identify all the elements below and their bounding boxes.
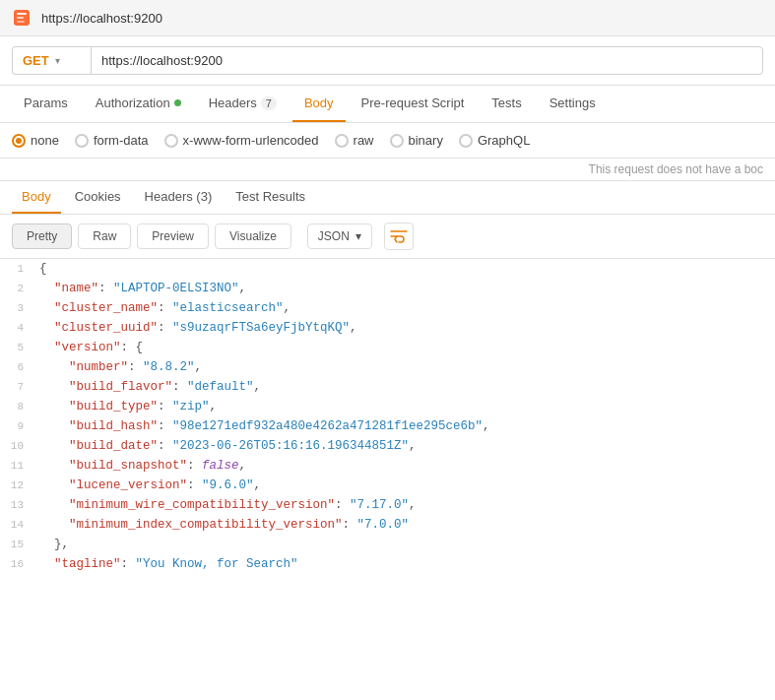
tab-headers[interactable]: Headers 7 [197,86,289,122]
line-content: "build_hash": "98e1271edf932a480e4262a47… [39,416,775,436]
json-line: 3 "cluster_name": "elasticsearch", [0,298,775,318]
line-number: 4 [0,320,39,338]
line-number: 15 [0,537,39,554]
tab-settings[interactable]: Settings [538,86,608,122]
line-content: "lucene_version": "9.6.0", [39,476,775,495]
line-content: "build_snapshot": false, [39,456,775,476]
radio-form-data[interactable]: form-data [75,133,149,148]
radio-raw[interactable]: raw [335,133,374,148]
line-number: 2 [0,281,39,298]
line-number: 16 [0,556,39,574]
line-number: 3 [0,300,39,318]
wrap-button[interactable] [384,223,414,250]
json-line: 6 "number": "8.8.2", [0,357,775,377]
body-type-row: none form-data x-www-form-urlencoded raw… [0,123,775,159]
json-line: 12 "lucene_version": "9.6.0", [0,476,775,495]
view-btn-raw[interactable]: Raw [78,223,131,249]
resp-tab-cookies-label: Cookies [75,189,121,204]
radio-urlencoded[interactable]: x-www-form-urlencoded [164,133,319,148]
json-line: 5 "version": { [0,338,775,357]
line-content: "build_type": "zip", [39,397,775,416]
json-line: 9 "build_hash": "98e1271edf932a480e4262a… [0,416,775,436]
json-line: 4 "cluster_uuid": "s9uzaqrFTSa6eyFjbYtqK… [0,318,775,338]
view-btn-visualize[interactable]: Visualize [215,223,291,249]
json-line: 8 "build_type": "zip", [0,397,775,416]
line-number: 9 [0,418,39,436]
line-number: 14 [0,517,39,535]
tab-authorization[interactable]: Authorization [84,86,193,122]
tab-headers-label: Headers [209,95,257,110]
line-content: "minimum_wire_compatibility_version": "7… [39,495,775,515]
json-viewer: 1{2 "name": "LAPTOP-0ELSI3NO",3 "cluster… [0,259,775,574]
notice-bar: This request does not have a boc [0,159,775,181]
view-btn-preview[interactable]: Preview [137,223,209,249]
radio-binary[interactable]: binary [390,133,443,148]
line-content: { [39,259,775,279]
line-content: "version": { [39,338,775,357]
tab-authorization-label: Authorization [96,95,170,110]
line-number: 8 [0,399,39,416]
tab-settings-label: Settings [549,95,596,110]
line-number: 5 [0,340,39,357]
view-controls: Pretty Raw Preview Visualize JSON ▾ [0,215,775,259]
line-content: "build_flavor": "default", [39,377,775,397]
resp-tab-headers-label: Headers (3) [145,189,213,204]
tab-params-label: Params [24,95,68,110]
tab-body-label: Body [304,95,334,110]
format-select-value: JSON [318,229,350,243]
request-bar: GET ▾ [0,36,775,86]
line-content: "number": "8.8.2", [39,357,775,377]
tab-pre-request[interactable]: Pre-request Script [350,86,477,122]
notice-text: This request does not have a boc [589,162,763,176]
line-number: 10 [0,438,39,456]
tab-pre-request-label: Pre-request Script [361,95,465,110]
resp-tab-test-results-label: Test Results [235,189,305,204]
method-select[interactable]: GET ▾ [12,46,91,75]
tab-tests[interactable]: Tests [480,86,533,122]
address-bar: https://localhost:9200 [0,0,775,36]
tab-params[interactable]: Params [12,86,80,122]
svg-rect-3 [17,21,25,23]
line-number: 12 [0,477,39,495]
line-number: 7 [0,379,39,397]
resp-tab-test-results[interactable]: Test Results [226,181,315,214]
line-content: "build_date": "2023-06-26T05:16:16.19634… [39,436,775,456]
radio-inner-none [16,138,22,144]
line-content: "tagline": "You Know, for Search" [39,554,775,574]
radio-circle-form-data [75,134,89,148]
line-number: 1 [0,261,39,279]
line-content: }, [39,535,775,554]
response-tabs-row: Body Cookies Headers (3) Test Results [0,181,775,215]
line-content: "cluster_name": "elasticsearch", [39,298,775,318]
line-content: "cluster_uuid": "s9uzaqrFTSa6eyFjbYtqKQ"… [39,318,775,338]
url-input[interactable] [91,46,763,75]
radio-circle-none [12,134,26,148]
resp-tab-headers[interactable]: Headers (3) [135,181,223,214]
line-number: 11 [0,458,39,476]
json-line: 1{ [0,259,775,279]
radio-urlencoded-label: x-www-form-urlencoded [183,133,319,148]
line-number: 13 [0,497,39,515]
tab-tests-label: Tests [491,95,521,110]
line-content: "minimum_index_compatibility_version": "… [39,515,775,535]
json-line: 15 }, [0,535,775,554]
json-line: 14 "minimum_index_compatibility_version"… [0,515,775,535]
resp-tab-body[interactable]: Body [12,181,61,214]
resp-tab-cookies[interactable]: Cookies [65,181,131,214]
svg-rect-1 [17,13,27,15]
format-select[interactable]: JSON ▾ [307,223,372,249]
view-btn-pretty[interactable]: Pretty [12,223,72,249]
radio-form-data-label: form-data [94,133,149,148]
radio-graphql-label: GraphQL [478,133,530,148]
tab-body[interactable]: Body [292,86,346,122]
line-content: "name": "LAPTOP-0ELSI3NO", [39,279,775,298]
radio-circle-graphql [459,134,473,148]
radio-none[interactable]: none [12,133,59,148]
json-line: 16 "tagline": "You Know, for Search" [0,554,775,574]
json-line: 2 "name": "LAPTOP-0ELSI3NO", [0,279,775,298]
method-label: GET [23,53,49,68]
radio-graphql[interactable]: GraphQL [459,133,530,148]
radio-circle-urlencoded [164,134,178,148]
request-tabs-row: Params Authorization Headers 7 Body Pre-… [0,86,775,123]
address-bar-url: https://localhost:9200 [41,11,162,26]
